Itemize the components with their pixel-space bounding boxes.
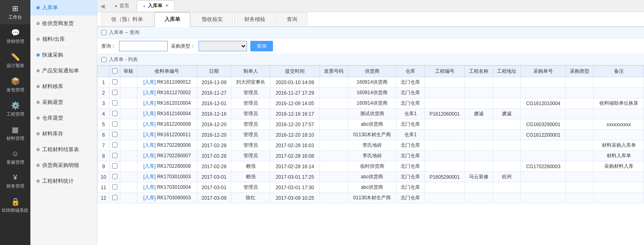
cell-action[interactable]: [入库] RK1702280008 — [137, 161, 197, 172]
cell-action[interactable]: [入库] RK1702280007 — [137, 151, 197, 161]
nav-item-material-transfer[interactable]: 材料移库 — [30, 79, 97, 95]
top-tab-home[interactable]: ● 首页 — [109, 0, 135, 11]
warehouse-in-link[interactable]: [入库] — [143, 163, 156, 169]
nav-item-project-material-flow[interactable]: 工程材料统计 — [30, 173, 97, 189]
row-checkbox[interactable] — [112, 100, 117, 106]
cell-action[interactable]: [入库] RK1612010004 — [137, 98, 197, 109]
close-tab-button[interactable]: ✕ — [165, 3, 168, 8]
cell-action[interactable]: [入库] RK1612200008 — [137, 119, 197, 130]
tab-query[interactable]: 查询 — [277, 12, 307, 26]
tab-warehouse-in[interactable]: 入库单 — [154, 12, 190, 27]
cell-check[interactable] — [110, 151, 120, 161]
cell-project-code — [424, 130, 465, 140]
cell-action[interactable]: [入库] RK1703010003 — [137, 172, 197, 182]
cell-purchase-type — [566, 119, 594, 130]
cell-audit — [120, 88, 137, 98]
sidebar-item-work[interactable]: ⊞ 工作台 — [0, 0, 30, 24]
cell-maker: 管理员 — [231, 130, 270, 140]
nav-dot-supplier-delivery — [36, 22, 40, 25]
sidebar-item-material[interactable]: ▦ 材料管理 — [0, 121, 30, 146]
cell-check[interactable] — [110, 88, 120, 98]
work-icon: ⊞ — [12, 4, 18, 13]
cell-action[interactable]: [入库] RK1612160004 — [137, 109, 197, 119]
cell-action[interactable]: [入库] RK1703010004 — [137, 182, 197, 193]
nav-item-project-material-settle[interactable]: 工程材料结算表 — [30, 142, 97, 158]
nav-item-quick-purchase[interactable]: 快速采购 — [30, 47, 97, 63]
row-checkbox[interactable] — [112, 132, 117, 137]
row-checkbox[interactable] — [112, 174, 117, 179]
warehouse-in-link[interactable]: [入库] — [143, 184, 156, 190]
cell-warehouse: 仓库1 — [397, 109, 424, 119]
cell-check[interactable] — [110, 182, 120, 193]
row-checkbox[interactable] — [112, 79, 117, 84]
warehouse-in-link[interactable]: [入库] — [143, 100, 156, 106]
warehouse-in-link[interactable]: [入库] — [143, 195, 156, 201]
cell-check[interactable] — [110, 130, 120, 140]
row-checkbox[interactable] — [112, 111, 117, 116]
warehouse-in-link[interactable]: [入库] — [143, 174, 156, 180]
cell-check[interactable] — [110, 109, 120, 119]
nav-item-material-stock[interactable]: 材料库存 — [30, 126, 97, 142]
row-checkbox[interactable] — [112, 142, 117, 148]
tab-finance-audit[interactable]: 财务稽核 — [234, 12, 275, 26]
warehouse-in-link[interactable]: [入库] — [143, 90, 156, 95]
sidebar-item-design-label: 设计预算 — [6, 63, 24, 69]
cell-action[interactable]: [入库] RK1611090012 — [137, 77, 197, 88]
cell-check[interactable] — [110, 193, 120, 203]
cell-action[interactable]: [入库] RK1612200011 — [137, 130, 197, 140]
nav-label-install-notice: 产品安装通知单 — [42, 67, 79, 74]
cell-purchase-no: CG1612010004 — [521, 98, 566, 109]
nav-item-supplier-purchase-detail[interactable]: 供货商采购明细 — [30, 158, 97, 173]
sidebar-item-b2b[interactable]: 🔒 B2B商城系统 — [0, 193, 30, 218]
sidebar-item-service[interactable]: ☺ 客服管理 — [0, 146, 30, 169]
nav-item-install-notice[interactable]: 产品安装通知单 — [30, 63, 97, 79]
warehouse-in-link[interactable]: [入库] — [143, 142, 156, 148]
sidebar-item-design[interactable]: ✏️ 设计预算 — [0, 49, 30, 73]
nav-item-pickup-out[interactable]: 领料/出库 — [30, 32, 97, 47]
row-checkbox[interactable] — [112, 153, 117, 158]
tab-pre-audit[interactable]: 预收核实 — [192, 12, 233, 26]
cell-submit-time: 2016-12-20 17:57 — [270, 119, 320, 130]
sidebar-item-outsource[interactable]: 📦 发包管理 — [0, 73, 30, 97]
tab-receive[interactable]: 收（预）料单 — [101, 12, 153, 26]
select-all-checkbox[interactable] — [112, 68, 117, 74]
query-section-checkbox[interactable] — [101, 30, 107, 35]
cell-check[interactable] — [110, 98, 120, 109]
cell-check[interactable] — [110, 77, 120, 88]
cell-maker: 管理员 — [231, 140, 270, 151]
nav-item-warehouse-in[interactable]: 入库单 — [30, 0, 97, 16]
warehouse-in-link[interactable]: [入库] — [143, 121, 156, 127]
list-section-checkbox[interactable] — [101, 57, 107, 62]
nav-item-warehouse-return[interactable]: 仓库退货 — [30, 110, 97, 126]
cell-check[interactable] — [110, 140, 120, 151]
row-checkbox[interactable] — [112, 184, 117, 190]
row-checkbox[interactable] — [112, 121, 117, 127]
col-project-name: 工程名称 — [465, 66, 493, 77]
warehouse-in-link[interactable]: [入库] — [143, 132, 156, 137]
cell-project-addr — [493, 161, 521, 172]
row-checkbox[interactable] — [112, 163, 117, 169]
warehouse-in-link[interactable]: [入库] — [143, 111, 156, 116]
sidebar-item-marketing[interactable]: 💬 营销管理 — [0, 24, 30, 49]
sidebar-collapse-button[interactable]: ◀ — [100, 3, 105, 9]
purchase-type-select[interactable] — [198, 41, 247, 51]
warehouse-in-link[interactable]: [入库] — [143, 153, 156, 158]
cell-check[interactable] — [110, 161, 120, 172]
nav-item-purchase-return[interactable]: 采购退货 — [30, 95, 97, 110]
table-row: 11 [入库] RK1703010004 2017-03-01 管理员 2017… — [98, 182, 644, 193]
cell-action[interactable]: [入库] RK1702280006 — [137, 140, 197, 151]
row-checkbox[interactable] — [112, 195, 117, 200]
query-input[interactable] — [119, 41, 168, 51]
cell-check[interactable] — [110, 119, 120, 130]
cell-check[interactable] — [110, 172, 120, 182]
sidebar-item-finance[interactable]: ¥ 财务管理 — [0, 169, 30, 193]
query-button[interactable]: 查询 — [250, 41, 273, 51]
row-checkbox[interactable] — [112, 90, 117, 95]
warehouse-in-link[interactable]: [入库] — [143, 79, 156, 85]
cell-action[interactable]: [入库] RK1703090003 — [137, 193, 197, 203]
cell-action[interactable]: [入库] RK1611270002 — [137, 88, 197, 98]
nav-item-supplier-delivery[interactable]: 收供货商发货 — [30, 16, 97, 32]
top-tab-warehouse-in[interactable]: ● 入库单 ✕ — [137, 0, 174, 11]
sidebar-item-project[interactable]: ⚙️ 工程管理 — [0, 97, 30, 121]
cell-no: 7 — [98, 140, 110, 151]
